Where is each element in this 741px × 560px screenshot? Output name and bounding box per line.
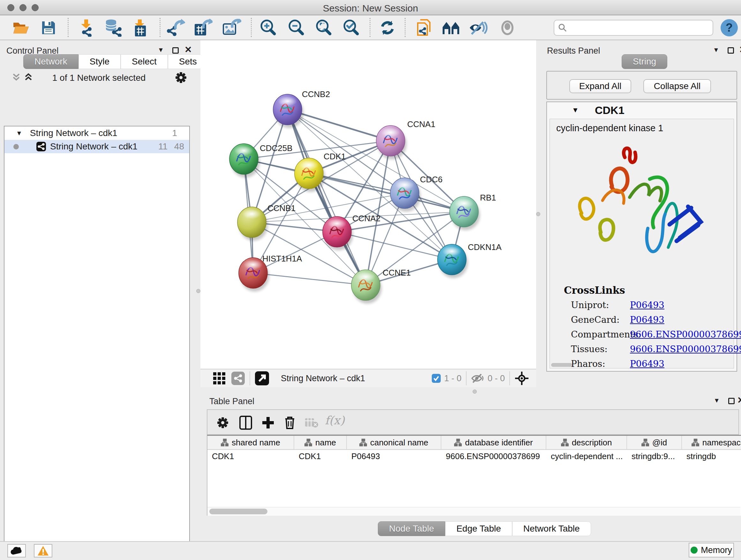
show-columns-icon[interactable] [236,413,255,432]
network-view-icon[interactable] [231,371,245,385]
memory-button[interactable]: Memory [689,543,734,557]
crosslink-row: Compartments:9606.ENSP00000378699 [571,329,731,344]
center-view-icon[interactable] [515,371,529,386]
column-header--id[interactable]: @id [627,436,682,449]
help-button[interactable]: ? [721,19,738,37]
grid-view-icon[interactable] [212,372,226,385]
export-table-button[interactable] [193,18,213,38]
zoom-out-button[interactable] [286,18,307,38]
search-input[interactable] [570,23,709,33]
graph-node-CDC6[interactable] [390,178,421,212]
float-panel-button[interactable] [172,47,179,55]
network-row[interactable]: String Network – cdk1 11 48 [4,140,189,153]
zoom-fit-button[interactable] [313,18,334,38]
delete-column-icon[interactable] [280,413,299,432]
table-horizontal-scrollbar[interactable] [207,507,740,515]
crosslink-value-link[interactable]: 9606.ENSP00000378699 [630,329,741,340]
save-session-button[interactable] [38,18,59,38]
warning-status-button[interactable] [34,544,52,557]
gene-description: cyclin-dependent kinase 1 [556,123,663,133]
crosslink-label: Pharos: [571,359,605,369]
detach-view-icon[interactable] [255,371,269,386]
import-table-from-file-button[interactable] [130,18,150,38]
duplicate-network-button[interactable] [414,18,434,38]
close-panel-button[interactable]: ✕ [737,396,741,405]
expand-all-button[interactable]: Expand All [569,79,631,93]
tree-expand-caret[interactable]: ▼ [16,130,22,137]
graph-node-CDKN1A[interactable] [437,244,468,278]
tab-select[interactable]: Select [121,54,168,69]
close-panel-button[interactable]: ✕ [185,45,192,54]
crosslink-row: Uniprot:P06493 [571,300,731,314]
show-graphics-details-button[interactable] [497,18,518,38]
section-collapse-caret[interactable]: ▼ [572,106,579,114]
table-row[interactable]: CDK1CDK1P064939606.ENSP00000378699cyclin… [207,450,741,462]
graph-node-RB1[interactable] [450,196,480,230]
network-canvas[interactable]: CCNB2CCNA1CDC25BCDK1CDC6RB1CCNB1CCNA2CDK… [200,40,536,369]
tab-string[interactable]: String [622,54,667,69]
toolbar-separator [68,18,69,37]
export-network-button[interactable] [165,18,186,38]
import-network-from-database-button[interactable] [103,18,123,38]
crosslink-value-link[interactable]: P06493 [630,314,664,325]
control-panel: Control Panel ▼ ✕ NetworkStyleSelectSets… [0,40,200,541]
collapse-all-button[interactable]: Collapse All [643,79,711,93]
crosslinks-heading: CrossLinks [564,285,625,296]
crosslink-value-link[interactable]: P06493 [630,300,664,310]
column-header-name[interactable]: name [294,436,347,449]
export-image-button[interactable] [221,18,242,38]
scrollbar-thumb[interactable] [209,509,267,514]
toolbar-separator [159,18,160,37]
search-field[interactable] [554,20,713,36]
add-column-icon[interactable] [259,413,278,432]
expand-all-icon[interactable] [23,73,33,82]
import-network-from-file-button[interactable] [76,18,96,38]
graph-node-CDC25B[interactable] [229,144,260,178]
float-panel-button[interactable] [728,47,734,55]
close-panel-button[interactable]: ✕ [739,45,741,54]
graph-node-CCNB2[interactable] [273,94,304,128]
table-body: CDK1CDK1P064939606.ENSP00000378699cyclin… [207,450,741,462]
cloud-status-button[interactable] [7,544,26,557]
hidden-eye-slash-icon[interactable] [471,373,484,384]
memory-status-dot [690,547,697,554]
network-tree: ▼ String Network – cdk1 1 String Network… [4,126,190,560]
collapse-all-icon[interactable] [11,73,21,82]
tab-style[interactable]: Style [78,54,121,69]
refresh-button[interactable] [377,18,398,38]
graph-node-CCNE1[interactable] [351,270,382,304]
tab-network[interactable]: Network [23,54,78,69]
collapse-panel-icon[interactable]: ▼ [713,47,719,53]
graph-node-CCNA1[interactable] [376,125,407,159]
open-session-button[interactable] [11,18,31,38]
selected-checkbox-icon[interactable] [431,374,441,383]
crosslink-value-link[interactable]: 9606.ENSP00000378699 [630,344,741,354]
crosslink-value-link[interactable]: P06493 [630,359,664,369]
column-header-namespace[interactable]: namespace [682,436,741,449]
network-collection-label: String Network – cdk1 [30,128,118,138]
node-label-RB1: RB1 [480,193,496,202]
column-header-description[interactable]: description [546,436,627,449]
window-title: Session: New Session [0,3,741,14]
results-scrollbar-thumb[interactable] [551,363,572,367]
network-collection-row[interactable]: ▼ String Network – cdk1 1 [4,126,189,140]
table-options-gear-icon[interactable] [213,413,232,432]
collapse-panel-icon[interactable]: ▼ [714,397,720,403]
tab-edge-table[interactable]: Edge Table [445,521,512,536]
graph-node-CDK1[interactable] [294,158,325,192]
network-options-gear-icon[interactable] [175,71,187,84]
results-panel-title: Results Panel [547,46,600,56]
column-header-canonical-name[interactable]: canonical name [347,436,441,449]
column-header-database-identifier[interactable]: database identifier [441,436,546,449]
column-header-shared-name[interactable]: shared name [207,436,294,449]
tab-network-table[interactable]: Network Table [512,521,591,536]
float-panel-button[interactable] [728,398,735,406]
tab-node-table[interactable]: Node Table [378,521,445,536]
left-splitter-handle[interactable] [196,289,200,293]
hide-graphics-details-button[interactable] [468,18,488,38]
birds-eye-view-button[interactable] [441,18,461,38]
zoom-in-button[interactable] [258,18,278,38]
zoom-selected-button[interactable] [341,18,361,38]
cloud-icon [10,546,23,555]
collapse-panel-icon[interactable]: ▼ [158,47,164,53]
